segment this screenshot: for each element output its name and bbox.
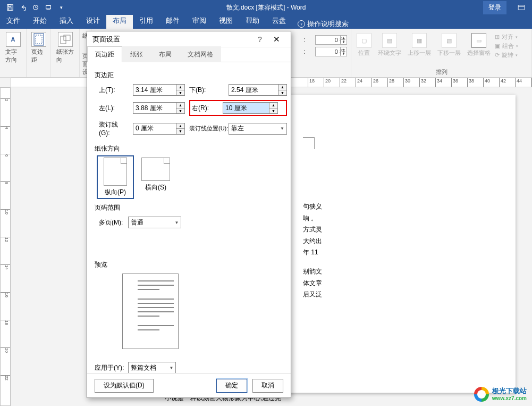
spacing-before-input[interactable]: 0 行▲▼ <box>315 35 347 45</box>
selection-pane-button[interactable]: ▭选择窗格 <box>465 32 493 58</box>
menu-view[interactable]: 视图 <box>213 13 239 29</box>
menu-cloud[interactable]: 云盘 <box>266 13 292 29</box>
text-direction-icon: A <box>6 32 21 47</box>
ruler-vtick: 8 <box>1 181 10 184</box>
send-backward-button: ▧下移一层 <box>435 32 463 58</box>
svg-rect-1 <box>9 5 11 7</box>
spin-up-icon[interactable]: ▲ <box>176 85 184 90</box>
set-default-button[interactable]: 设为默认值(D) <box>95 379 154 393</box>
watermark-en: www.xz7.com <box>492 395 527 401</box>
qat-more-icon[interactable] <box>43 2 54 13</box>
watermark-cn: 极光下载站 <box>492 387 527 395</box>
portrait-option[interactable]: 纵向(P) <box>99 158 132 197</box>
group-button: ▣组合▾ <box>495 42 518 50</box>
ruler-tick: 40 <box>483 78 490 87</box>
orientation-button[interactable]: 纸张方向 <box>54 31 76 65</box>
landscape-option[interactable]: 横向(S) <box>139 158 172 197</box>
svg-rect-5 <box>518 5 525 10</box>
multi-pages-combo[interactable]: 普通▼ <box>128 217 181 228</box>
group-icon: ▣ <box>495 43 500 49</box>
bring-forward-button: ▦上移一层 <box>406 32 433 58</box>
chevron-down-icon: ▼ <box>280 126 284 131</box>
dialog-footer: 设为默认值(D) 确定 取消 <box>87 373 291 397</box>
save-icon[interactable] <box>4 2 16 13</box>
arrange-group-label: 排列 <box>351 68 531 76</box>
gutter-input[interactable]: ▲▼ <box>133 123 185 135</box>
align-button: ⊞对齐▾ <box>495 33 518 41</box>
menu-insert[interactable]: 插入 <box>53 13 80 29</box>
ruler-tick: 36 <box>451 78 458 87</box>
ruler-vtick: 6 <box>1 154 10 156</box>
margin-corner-marker <box>303 137 315 149</box>
orientation-label: 纸张方向 <box>56 48 74 64</box>
margins-button[interactable]: 页边距 <box>29 31 48 65</box>
section-pages-title: 页码范围 <box>95 203 283 212</box>
rotate-button: ⟳旋转▾ <box>495 51 518 59</box>
wrap-text-button: ▤环绕文字 <box>376 32 403 58</box>
ruler-vtick: 10 <box>1 209 10 214</box>
menu-references[interactable]: 引用 <box>133 13 159 29</box>
bottom-label: 下(B): <box>189 86 224 95</box>
svg-rect-7 <box>36 35 42 44</box>
tab-grid[interactable]: 文档网格 <box>180 46 221 62</box>
right-input[interactable]: ▲▼ <box>223 102 278 114</box>
ruler-tick: 24 <box>356 78 362 87</box>
menu-review[interactable]: 审阅 <box>186 13 213 29</box>
menu-help[interactable]: 帮助 <box>239 13 266 29</box>
bulb-icon: ♀ <box>298 20 305 28</box>
apply-to-label: 应用于(Y): <box>95 363 124 372</box>
menu-layout[interactable]: 布局 <box>106 13 133 29</box>
ruler-tick: 26 <box>371 78 378 87</box>
cancel-button[interactable]: 取消 <box>252 379 283 393</box>
ruler-vtick: 14 <box>1 264 10 270</box>
menu-file[interactable]: 文件 <box>0 13 27 29</box>
spin-down-icon[interactable]: ▼ <box>176 90 184 96</box>
chevron-down-icon: ▼ <box>169 366 173 370</box>
left-label: 左(L): <box>99 104 129 113</box>
document-text: 句狭义 响 。 方式灵 大约出 年 11 别韵文 体文章 后又泛 <box>303 201 322 301</box>
selection-pane-icon: ▭ <box>471 33 486 48</box>
ruler-vtick: 2 <box>1 98 10 101</box>
page-setup-dialog: 页面设置 ? ✕ 页边距 纸张 布局 文档网格 页边距 上(T): ▲▼ 下(B… <box>87 31 291 398</box>
tab-layout[interactable]: 布局 <box>151 46 180 62</box>
rotate-icon: ⟳ <box>495 52 500 59</box>
ruler-vtick: 16 <box>1 292 10 297</box>
menu-mailings[interactable]: 邮件 <box>159 13 186 29</box>
ruler-tick: 32 <box>419 78 426 87</box>
menu-design[interactable]: 设计 <box>80 13 106 29</box>
tab-paper[interactable]: 纸张 <box>122 46 151 62</box>
preview-box <box>122 274 179 349</box>
right-label: 右(R): <box>192 104 221 113</box>
multi-pages-label: 多页(M): <box>99 218 123 227</box>
help-button[interactable]: ? <box>252 35 267 44</box>
ruler-tick: 18 <box>308 78 315 87</box>
watermark-logo-icon <box>474 387 489 402</box>
position-button: ▢位置 <box>354 32 374 58</box>
ruler-tick: 44 <box>515 78 522 87</box>
position-icon: ▢ <box>357 33 371 48</box>
bottom-input[interactable]: ▲▼ <box>229 84 287 96</box>
qat-dropdown-icon[interactable]: ▾ <box>55 2 67 13</box>
send-backward-icon: ▧ <box>442 33 457 48</box>
undo-icon[interactable] <box>17 2 29 13</box>
apply-to-combo[interactable]: 整篇文档▼ <box>128 362 176 374</box>
ribbon-display-icon[interactable] <box>511 0 532 15</box>
menu-home[interactable]: 开始 <box>27 13 53 29</box>
margins-icon <box>31 32 46 47</box>
gutter-pos-combo[interactable]: 靠左▼ <box>229 123 287 135</box>
ruler-tick: 20 <box>324 78 331 87</box>
text-direction-button[interactable]: A 文字方向 <box>3 31 23 65</box>
spacing-after-input[interactable]: 0 行▲▼ <box>315 47 347 56</box>
tab-margins[interactable]: 页边距 <box>87 46 122 62</box>
ruler-vtick: 4 <box>1 126 10 129</box>
tell-me-search[interactable]: ♀ 操作说明搜索 <box>298 19 349 29</box>
login-button[interactable]: 登录 <box>483 1 506 14</box>
text-direction-label: 文字方向 <box>5 48 21 64</box>
top-input[interactable]: ▲▼ <box>133 84 185 96</box>
left-input[interactable]: ▲▼ <box>133 102 185 114</box>
ok-button[interactable]: 确定 <box>216 379 247 393</box>
section-preview-title: 预览 <box>95 260 283 269</box>
vertical-ruler[interactable]: 246810121416182022 <box>0 87 11 406</box>
redo-icon[interactable] <box>30 2 41 13</box>
close-button[interactable]: ✕ <box>267 35 285 44</box>
